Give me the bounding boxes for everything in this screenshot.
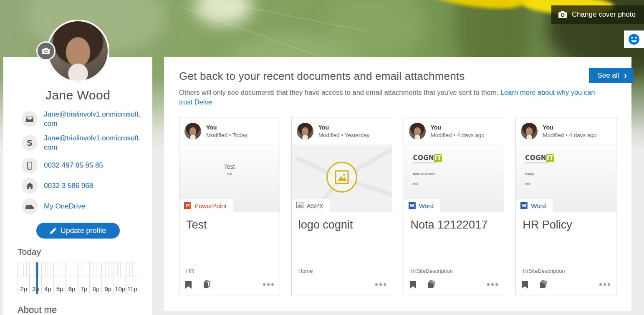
document-card[interactable]: You Modified • Yesterday bbox=[291, 117, 392, 295]
card-modified-time: Modified • 4 days ago bbox=[431, 132, 485, 138]
skype-link[interactable]: Jane@trialinvolv1.onmicrosoft.com bbox=[44, 134, 141, 152]
cognit-logo: COGNIT bbox=[525, 154, 554, 162]
document-location[interactable]: HR bbox=[179, 268, 280, 274]
document-thumbnail[interactable]: COGNIT Policy test W Word bbox=[516, 145, 616, 212]
card-modified-time: Modified • Yesterday bbox=[318, 132, 370, 138]
feedback-button[interactable] bbox=[624, 30, 644, 48]
aspx-image-icon bbox=[296, 202, 303, 210]
author-avatar[interactable] bbox=[409, 123, 426, 140]
timeline-hour-label: 9p bbox=[104, 285, 111, 292]
document-title[interactable]: HR Policy bbox=[516, 218, 616, 231]
today-timeline[interactable]: 2p3p4p5p6p7p8p9p10p11p bbox=[18, 262, 138, 294]
current-time-indicator bbox=[36, 262, 38, 294]
bookmark-icon[interactable] bbox=[410, 281, 416, 289]
card-header: You Modified • Yesterday bbox=[292, 117, 392, 145]
document-location[interactable]: Home bbox=[292, 268, 392, 274]
more-options-button[interactable] bbox=[375, 283, 386, 286]
bookmark-icon[interactable] bbox=[185, 281, 192, 289]
card-author[interactable]: You bbox=[318, 124, 370, 131]
document-location[interactable]: HrSiteDescription bbox=[516, 268, 616, 274]
onedrive-icon bbox=[22, 198, 38, 214]
update-profile-button[interactable]: Update profile bbox=[36, 223, 120, 239]
document-thumbnail[interactable]: COGNIT Nota 12/12/2017 test W Word bbox=[404, 145, 504, 212]
document-card[interactable]: You Modified • 4 days ago COGNIT Policy … bbox=[515, 117, 616, 295]
recent-documents-panel: Get back to your recent documents and em… bbox=[164, 57, 631, 311]
timeline-hour: 3p bbox=[30, 262, 42, 294]
word-icon: W bbox=[409, 202, 416, 209]
smiley-icon bbox=[628, 33, 640, 46]
skype-icon: S bbox=[22, 135, 38, 151]
add-to-board-icon[interactable] bbox=[427, 280, 435, 289]
doc-preview-line1: Policy bbox=[525, 173, 554, 175]
doc-preview-line1: Nota 12/12/2017 bbox=[413, 173, 442, 175]
panel-subtitle: Others will only see documents that they… bbox=[179, 88, 605, 107]
timeline-hour-label: 11p bbox=[127, 285, 137, 292]
chevron-right-icon: › bbox=[624, 71, 627, 81]
see-all-label: See all bbox=[597, 71, 619, 80]
document-cards: You Modified • Today Test test P PowerPo… bbox=[179, 117, 616, 295]
document-thumbnail[interactable]: Test test P PowerPoint bbox=[179, 145, 280, 212]
document-card[interactable]: You Modified • 4 days ago COGNIT Nota 12… bbox=[404, 117, 505, 295]
file-type-tab: W Word bbox=[404, 199, 441, 212]
timeline-hour: 6p bbox=[66, 262, 78, 294]
file-type-tab: P PowerPoint bbox=[179, 199, 233, 212]
card-footer bbox=[404, 277, 504, 295]
camera-icon bbox=[42, 48, 50, 54]
card-footer bbox=[179, 277, 280, 295]
email-link[interactable]: Jane@trialinvolv1.onmicrosoft.com bbox=[44, 110, 141, 128]
profile-name: Jane Wood bbox=[3, 88, 152, 102]
author-avatar[interactable] bbox=[521, 123, 538, 140]
more-options-button[interactable] bbox=[263, 283, 274, 286]
more-options-button[interactable] bbox=[599, 283, 610, 286]
author-avatar[interactable] bbox=[184, 123, 201, 140]
word-icon: W bbox=[520, 202, 528, 209]
change-profile-photo-button[interactable] bbox=[36, 41, 56, 61]
document-title[interactable]: logo cognit bbox=[292, 218, 392, 231]
home-number-link[interactable]: 0032 3 586 968 bbox=[44, 181, 141, 191]
contact-mobile: 0032 497 85 85 85 bbox=[22, 158, 152, 173]
timeline-hour: 4p bbox=[42, 262, 54, 294]
file-type-label: PowerPoint bbox=[194, 202, 227, 209]
file-type-tab: ASPX bbox=[292, 199, 330, 212]
image-placeholder-icon bbox=[326, 162, 357, 193]
profile-sidebar: Jane Wood Jane@trialinvolv1.onmicrosoft.… bbox=[3, 57, 152, 315]
about-me-heading: About me bbox=[18, 305, 152, 315]
more-options-button[interactable] bbox=[487, 283, 498, 286]
today-heading: Today bbox=[18, 247, 152, 257]
author-avatar[interactable] bbox=[297, 123, 313, 140]
card-footer bbox=[516, 277, 616, 295]
bookmark-icon[interactable] bbox=[522, 281, 528, 289]
timeline-hour-label: 8p bbox=[93, 285, 100, 292]
profile-photo[interactable] bbox=[47, 20, 109, 82]
card-author[interactable]: You bbox=[431, 124, 485, 131]
contact-list: Jane@trialinvolv1.onmicrosoft.com S Jane… bbox=[22, 110, 152, 214]
update-profile-label: Update profile bbox=[61, 226, 106, 235]
timeline-hour-label: 10p bbox=[115, 285, 125, 292]
see-all-button[interactable]: See all › bbox=[589, 68, 634, 83]
add-to-board-icon[interactable] bbox=[202, 280, 211, 289]
card-author[interactable]: You bbox=[206, 124, 247, 131]
add-to-board-icon[interactable] bbox=[539, 280, 547, 289]
doc-preview-line2: test bbox=[413, 182, 442, 185]
document-thumbnail[interactable]: ASPX bbox=[292, 145, 392, 212]
document-title[interactable]: Nota 12122017 bbox=[404, 218, 504, 231]
doc-preview-line2: test bbox=[525, 182, 554, 185]
change-cover-photo-button[interactable]: Change cover photo bbox=[551, 5, 644, 24]
change-cover-photo-label: Change cover photo bbox=[572, 10, 636, 19]
card-header: You Modified • Today bbox=[179, 117, 280, 145]
timeline-hour-label: 4p bbox=[44, 285, 51, 292]
onedrive-link[interactable]: My OneDrive bbox=[44, 202, 141, 211]
mobile-icon bbox=[22, 158, 38, 173]
email-icon bbox=[22, 111, 38, 127]
timeline-hour: 8p bbox=[90, 262, 102, 294]
camera-icon bbox=[558, 11, 567, 18]
card-footer bbox=[292, 277, 392, 295]
pencil-icon bbox=[50, 227, 56, 234]
mobile-number-link[interactable]: 0032 497 85 85 85 bbox=[44, 161, 141, 170]
card-author[interactable]: You bbox=[543, 124, 596, 131]
timeline-hour: 10p bbox=[114, 262, 126, 294]
document-location[interactable]: HrSiteDescription bbox=[404, 268, 504, 274]
card-modified-time: Modified • 4 days ago bbox=[543, 132, 596, 138]
document-title[interactable]: Test bbox=[179, 218, 280, 231]
document-card[interactable]: You Modified • Today Test test P PowerPo… bbox=[179, 117, 280, 295]
